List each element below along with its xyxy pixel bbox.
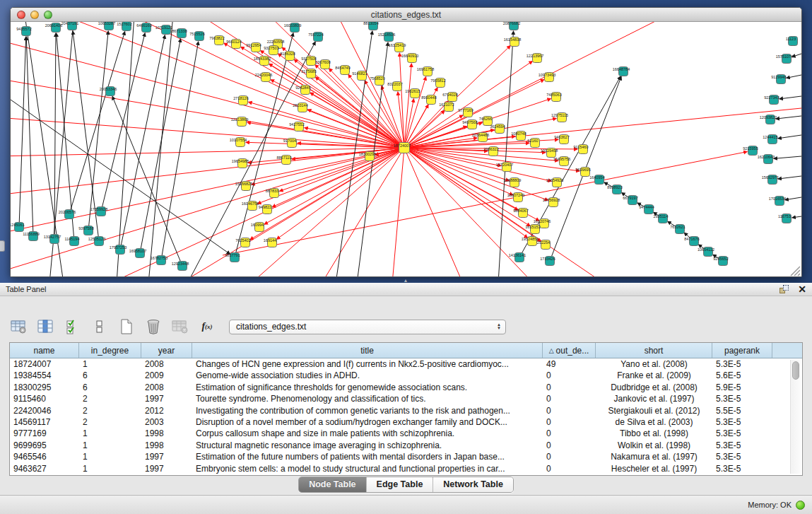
graph-node-label: 10654112	[698, 247, 714, 252]
table-cell: 2	[79, 416, 141, 428]
side-handle[interactable]	[0, 240, 5, 252]
graph-node-label: 10025458	[541, 148, 558, 153]
table-cell: 0	[543, 416, 596, 428]
network-canvas[interactable]: 1872400718300295796382296601249912954185…	[11, 22, 801, 276]
show-columns-icon[interactable]	[37, 317, 55, 336]
column-header-in_degree[interactable]: in_degree	[79, 343, 141, 358]
table-row[interactable]: 1872400712008Changes of HCN gene express…	[10, 358, 802, 370]
graph-node-label: 17359928	[90, 207, 107, 211]
network-graph-area: 1872400718300295796382296601249912954185…	[11, 22, 801, 276]
graph-node-label: 12213967	[526, 54, 543, 58]
graph-node-label: 10973493	[539, 73, 555, 77]
graph-node-label: 2718126	[233, 96, 248, 100]
graph-node-label: 22420046	[255, 73, 272, 77]
delete-icon[interactable]	[144, 317, 163, 336]
graph-node-label: 7568520	[370, 76, 384, 81]
column-header-year[interactable]: year	[141, 343, 192, 358]
graph-node-label: 9497568	[462, 120, 477, 124]
table-cell: Tibbo et al. (1998)	[596, 428, 712, 439]
table-cell: 9699695	[10, 440, 79, 451]
graph-node-label: 9463627	[554, 135, 569, 139]
table-row[interactable]: 969969511998Structural magnetic resonanc…	[10, 440, 802, 451]
graph-node-label: 12975115	[551, 113, 568, 117]
minimize-button[interactable]	[30, 11, 39, 19]
table-cell: 5.3E-5	[712, 428, 772, 439]
table-cell: 5.5E-5	[712, 405, 772, 416]
graph-node-label: 8938923	[607, 185, 622, 189]
row-height-icon[interactable]	[90, 317, 109, 336]
graph-node-label: 9912954	[246, 43, 261, 47]
tab-network-table[interactable]: Network Table	[433, 477, 513, 492]
column-header-name[interactable]: name	[10, 343, 79, 358]
table-cell: 9463627	[10, 463, 79, 474]
graph-node-label: 1245061	[11, 223, 25, 227]
column-header-out_de[interactable]: △out_de...	[543, 343, 596, 358]
graph-node-label: 2986322	[483, 147, 498, 151]
graph-node-label: 17016534	[769, 197, 786, 201]
column-header-short[interactable]: short	[596, 343, 712, 358]
table-row[interactable]: 2242004622012Investigating the contribut…	[10, 405, 802, 416]
table-cell: Dudbridge et al. (2008)	[596, 382, 712, 393]
memory-status-indicator	[796, 501, 805, 510]
new-file-icon[interactable]	[117, 317, 136, 336]
table-row[interactable]: 1830029562008Estimation of significance …	[10, 382, 802, 393]
table-cell: 0	[543, 393, 596, 404]
table-cell: Genome-wide association studies in ADHD.	[192, 370, 543, 381]
application-window: citations_edges.txt 18724007183002957963…	[0, 0, 812, 514]
table-scrollbar[interactable]	[790, 360, 801, 474]
column-header-title[interactable]: title	[192, 343, 543, 358]
graph-node-label: 8671338	[172, 29, 187, 33]
graph-node-label: 15166825	[235, 182, 252, 186]
graph-node-label: 11156889	[23, 232, 40, 236]
table-selector-dropdown[interactable]: citations_edges.txt ▲▼	[229, 320, 506, 334]
scrollbar-thumb[interactable]	[792, 361, 799, 380]
table-cell: Estimation of significance thresholds fo…	[192, 382, 543, 393]
table-settings-icon[interactable]	[10, 317, 28, 336]
table-cell: 1998	[141, 428, 192, 439]
table-cell: 5.6E-5	[712, 370, 772, 381]
function-icon[interactable]: f(x)	[198, 317, 216, 336]
graph-node-label: 16033809	[284, 23, 301, 28]
table-cell: Structural magnetic resonance image aver…	[192, 440, 543, 451]
graph-node-label: 9227343	[764, 95, 779, 100]
window-titlebar[interactable]: citations_edges.txt	[11, 8, 801, 22]
table-row[interactable]: 946362711997Embryonic stem cells: a mode…	[10, 463, 802, 474]
table-panel: Table Panel ✕	[0, 283, 812, 514]
graph-node-label: 9242845	[295, 86, 310, 90]
table-selector-value: citations_edges.txt	[236, 322, 497, 332]
table-cell: 2003	[141, 416, 192, 428]
resize-grip[interactable]	[791, 267, 800, 276]
graph-node-label: 20206576	[59, 210, 76, 214]
table-cell: 6	[79, 382, 141, 393]
table-row[interactable]: 946554611997Estimation of the future num…	[10, 451, 802, 462]
graph-node-label: 6466160	[136, 23, 151, 28]
graph-node-label: 9474444	[639, 205, 654, 209]
graph-node-label: 16782753	[151, 256, 167, 260]
graph-node-label: 7632621	[670, 225, 685, 229]
zoom-button[interactable]	[44, 11, 52, 19]
graph-node-label: 12923448	[172, 262, 189, 266]
table-cell: Changes of HCN gene expression and I(f) …	[192, 358, 543, 370]
graph-node-label: 15495756	[553, 157, 570, 161]
graph-node-label: 8454749	[335, 66, 350, 70]
table-cell: 9115460	[10, 393, 79, 404]
float-panel-icon[interactable]	[779, 285, 789, 294]
graph-node-label: 22260558	[267, 40, 284, 44]
table-row[interactable]: 1938455462009Genome-wide association stu…	[10, 370, 802, 381]
table-row[interactable]: 977716911998Corpus callosum shape and si…	[10, 428, 802, 439]
close-panel-icon[interactable]: ✕	[798, 285, 806, 294]
graph-node-label: 15751074	[776, 54, 793, 59]
close-button[interactable]	[17, 11, 25, 19]
table-cell: de Silva et al. (2003)	[596, 416, 712, 428]
graph-node-label: 3624594	[490, 124, 505, 129]
tab-edge-table[interactable]: Edge Table	[367, 477, 434, 492]
column-header-pagerank[interactable]: pagerank	[712, 343, 772, 358]
tab-node-table[interactable]: Node Table	[299, 477, 366, 492]
network-view-window: citations_edges.txt 18724007183002957963…	[10, 7, 802, 277]
graph-node-label: 10653287	[98, 22, 115, 25]
graph-node-label: 19756928	[543, 198, 560, 202]
table-row[interactable]: 911546021997Tourette syndrome. Phenomeno…	[10, 393, 802, 404]
graph-node-label: 62160	[527, 139, 538, 143]
table-row[interactable]: 1456911722003Disruption of a novel membe…	[10, 416, 802, 428]
select-columns-icon[interactable]	[64, 317, 82, 336]
